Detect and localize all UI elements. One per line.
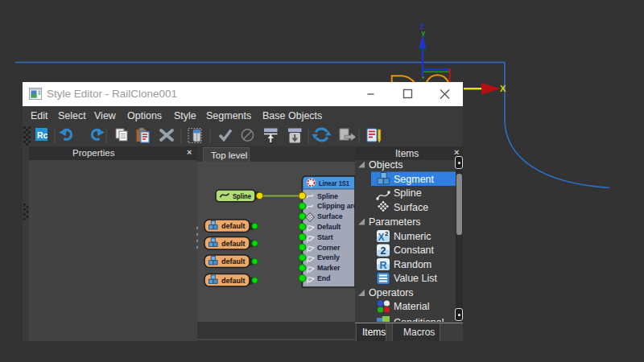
- svg-text:Random: Random: [394, 259, 431, 270]
- svg-text:Operators: Operators: [369, 287, 414, 298]
- svg-text:X: X: [378, 232, 385, 243]
- svg-text:default: default: [221, 222, 246, 230]
- svg-text:Surface: Surface: [394, 202, 428, 213]
- svg-text:Marker: Marker: [317, 264, 341, 272]
- svg-text:2: 2: [381, 245, 386, 257]
- svg-text:default: default: [221, 257, 246, 265]
- svg-text:Conditional: Conditional: [394, 317, 444, 323]
- svg-text:Clipping area: Clipping area: [317, 202, 355, 210]
- svg-text:Corner: Corner: [317, 244, 341, 252]
- svg-text:R: R: [380, 260, 387, 271]
- svg-text:Parameters: Parameters: [369, 216, 421, 228]
- svg-text:Start: Start: [317, 233, 333, 241]
- svg-text:Spline: Spline: [233, 192, 251, 200]
- svg-text:Evenly: Evenly: [317, 253, 340, 261]
- svg-text:Numeric: Numeric: [394, 231, 431, 242]
- svg-text:Segment: Segment: [394, 174, 435, 185]
- svg-text:Rc: Rc: [37, 130, 48, 140]
- svg-text:Linear 1S1: Linear 1S1: [319, 179, 349, 187]
- svg-text:y: y: [421, 29, 425, 37]
- svg-text:End: End: [317, 274, 330, 282]
- svg-text:Value List: Value List: [394, 273, 437, 284]
- svg-text:Default: Default: [317, 223, 341, 231]
- svg-text:2: 2: [385, 230, 389, 237]
- svg-text:Spline: Spline: [317, 192, 338, 200]
- svg-text:Spline: Spline: [394, 187, 422, 199]
- svg-text:default: default: [221, 277, 246, 285]
- svg-text:Objects: Objects: [369, 160, 402, 171]
- svg-text:default: default: [221, 240, 246, 248]
- svg-text:Material: Material: [394, 301, 429, 312]
- svg-text:Surface: Surface: [317, 212, 343, 220]
- svg-text:X: X: [500, 84, 506, 93]
- svg-text:Constant: Constant: [394, 245, 435, 256]
